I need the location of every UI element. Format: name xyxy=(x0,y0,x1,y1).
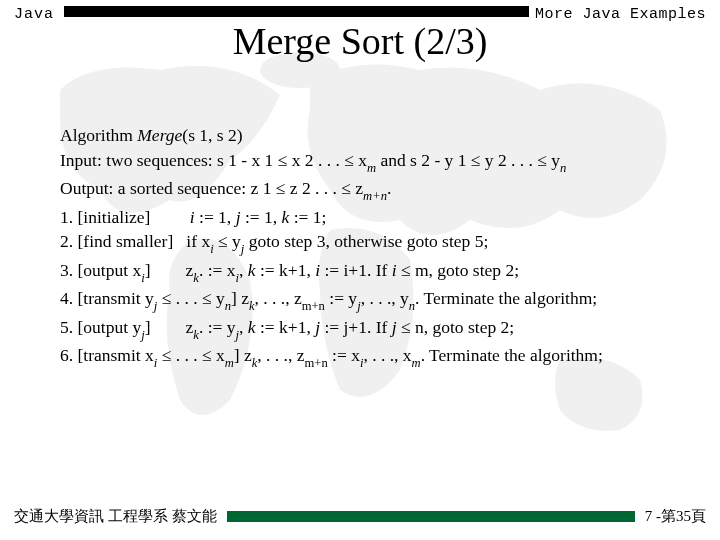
algorithm-step-4: 4. [transmit yj ≤ . . . ≤ yn] zk, . . .,… xyxy=(60,286,676,314)
algorithm-output: Output: a sorted sequence: z 1 ≤ z 2 . .… xyxy=(60,176,676,204)
footer-divider-bar xyxy=(227,511,635,522)
algorithm-step-5: 5. [output yj] zk. := yj, k := k+1, j :=… xyxy=(60,315,676,343)
algorithm-step-2: 2. [find smaller] if xi ≤ yj goto step 3… xyxy=(60,229,676,257)
algorithm-heading: Algorithm Merge(s 1, s 2) xyxy=(60,123,676,148)
header-divider-bar xyxy=(64,6,529,17)
algorithm-step-3: 3. [output xi] zk. := xi, k := k+1, i :=… xyxy=(60,258,676,286)
footer-author: 交通大學資訊 工程學系 蔡文能 xyxy=(14,507,217,526)
slide-title: Merge Sort (2/3) xyxy=(0,19,720,63)
footer-page-number: 7 -第35頁 xyxy=(645,507,706,526)
algorithm-step-6: 6. [transmit xi ≤ . . . ≤ xm] zk, . . .,… xyxy=(60,343,676,371)
slide-footer: 交通大學資訊 工程學系 蔡文能 7 -第35頁 xyxy=(0,507,720,526)
algorithm-block: Algorithm Merge(s 1, s 2) Input: two seq… xyxy=(0,63,720,371)
algorithm-input: Input: two sequences: s 1 - x 1 ≤ x 2 . … xyxy=(60,148,676,176)
slide: Java More Java Examples Merge Sort (2/3)… xyxy=(0,0,720,540)
algorithm-step-1: 1. [initialize] i := 1, j := 1, k := 1; xyxy=(60,205,676,230)
